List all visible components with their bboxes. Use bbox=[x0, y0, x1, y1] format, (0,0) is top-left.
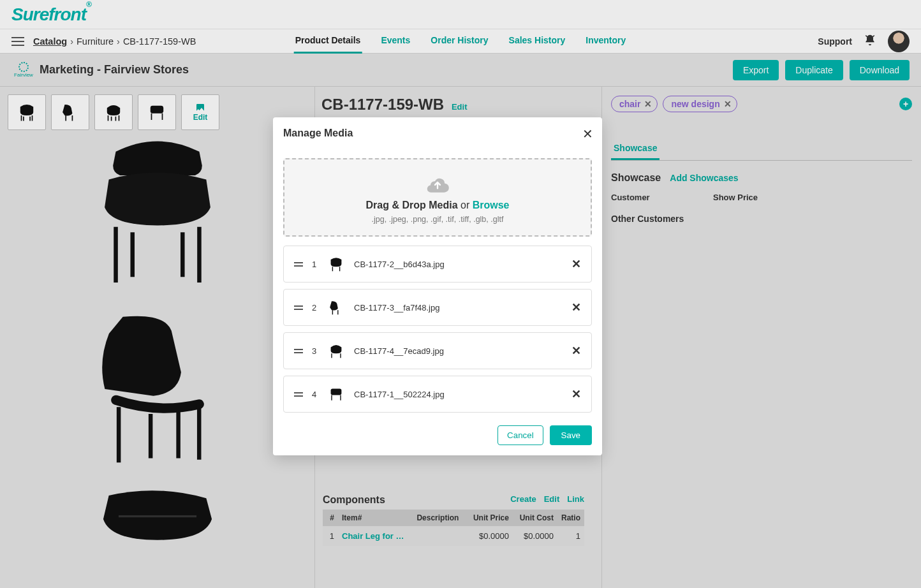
media-row[interactable]: 3 CB-1177-4__7ecad9.jpg ✕ bbox=[283, 332, 592, 369]
row-number: 3 bbox=[312, 346, 318, 356]
row-number: 1 bbox=[312, 260, 318, 269]
media-filename: CB-1177-4__7ecad9.jpg bbox=[354, 346, 444, 356]
row-number: 4 bbox=[312, 390, 318, 399]
remove-media-icon[interactable]: ✕ bbox=[571, 387, 581, 401]
remove-media-icon[interactable]: ✕ bbox=[571, 257, 581, 271]
dropzone[interactable]: Drag & Drop Media or Browse .jpg, .jpeg,… bbox=[283, 158, 592, 237]
drag-handle-icon[interactable] bbox=[294, 262, 303, 267]
cloud-upload-icon bbox=[425, 176, 450, 193]
manage-media-modal: Manage Media ✕ Drag & Drop Media or Brow… bbox=[273, 117, 602, 455]
svg-rect-1 bbox=[331, 389, 342, 395]
remove-media-icon[interactable]: ✕ bbox=[571, 300, 581, 314]
drag-handle-icon[interactable] bbox=[294, 349, 303, 353]
drag-handle-icon[interactable] bbox=[294, 392, 303, 397]
media-row[interactable]: 1 CB-1177-2__b6d43a.jpg ✕ bbox=[283, 246, 592, 283]
browse-link[interactable]: Browse bbox=[473, 200, 510, 210]
media-thumb bbox=[327, 298, 345, 316]
dropzone-text: Drag & Drop Media bbox=[366, 200, 458, 210]
modal-title: Manage Media bbox=[283, 128, 592, 139]
accepted-formats: .jpg, .jpeg, .png, .gif, .tif, .tiff, .g… bbox=[291, 215, 584, 224]
save-button[interactable]: Save bbox=[550, 425, 592, 445]
cancel-button[interactable]: Cancel bbox=[497, 425, 543, 445]
media-filename: CB-1177-1__502224.jpg bbox=[354, 390, 445, 399]
media-thumb bbox=[327, 342, 345, 360]
close-icon[interactable]: ✕ bbox=[582, 126, 593, 142]
remove-media-icon[interactable]: ✕ bbox=[571, 344, 581, 358]
media-filename: CB-1177-3__fa7f48.jpg bbox=[354, 303, 439, 312]
media-filename: CB-1177-2__b6d43a.jpg bbox=[354, 260, 445, 269]
row-number: 2 bbox=[312, 303, 318, 312]
media-thumb bbox=[327, 385, 345, 403]
media-row[interactable]: 2 CB-1177-3__fa7f48.jpg ✕ bbox=[283, 289, 592, 326]
media-thumb bbox=[327, 255, 345, 273]
media-row[interactable]: 4 CB-1177-1__502224.jpg ✕ bbox=[283, 376, 592, 413]
drag-handle-icon[interactable] bbox=[294, 305, 303, 310]
media-list: 1 CB-1177-2__b6d43a.jpg ✕ 2 CB-1177-3__f… bbox=[283, 246, 592, 413]
